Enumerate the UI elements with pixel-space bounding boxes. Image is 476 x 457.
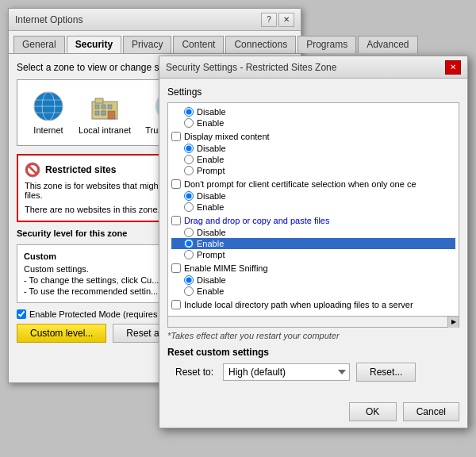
setting-group-localdir: Include local directory path when upload… (171, 298, 455, 311)
mime-label: Enable MIME Sniffing (184, 263, 268, 273)
svg-rect-10 (95, 111, 99, 115)
restricted-icon-small (25, 162, 40, 178)
radio-disable-mixed[interactable]: Disable (171, 143, 455, 154)
radio-disable-mime[interactable]: Disable (171, 275, 455, 286)
security-ok-button[interactable]: OK (349, 402, 397, 421)
localdir-row: Include local directory path when upload… (171, 298, 455, 311)
settings-list[interactable]: Disable Enable Display mixed content Dis… (167, 102, 459, 317)
setting-group-dragdrop: Drag and drop or copy and paste files Di… (171, 214, 455, 260)
security-dialog-content: Settings Disable Enable Display mixed co… (159, 79, 467, 396)
security-cancel-button[interactable]: Cancel (403, 402, 459, 421)
footnote: *Takes effect after you restart your com… (167, 331, 459, 340)
radio-enable-mime[interactable]: Enable (171, 286, 455, 297)
tab-general[interactable]: General (13, 36, 65, 53)
setting-group-mime: Enable MIME Sniffing Disable Enable (171, 262, 455, 297)
svg-rect-8 (102, 105, 106, 109)
cert-checkbox[interactable] (171, 179, 181, 189)
svg-rect-13 (102, 111, 106, 115)
localdir-checkbox[interactable] (171, 300, 181, 309)
dragdrop-checkbox[interactable] (171, 216, 181, 225)
svg-rect-12 (108, 111, 115, 119)
radio-enable-dragdrop[interactable]: Enable (171, 238, 455, 249)
protected-mode-checkbox[interactable] (17, 309, 26, 319)
zone-local-intranet-label: Local intranet (79, 125, 131, 135)
tab-content[interactable]: Content (173, 36, 224, 53)
help-button[interactable]: ? (261, 13, 277, 27)
settings-label: Settings (167, 86, 459, 98)
reset-to-select[interactable]: High (default) Medium-high Medium Low (223, 363, 350, 381)
cert-label: Don't prompt for client certificate sele… (184, 179, 416, 189)
local-intranet-icon (89, 90, 121, 122)
close-button[interactable]: ✕ (278, 13, 294, 27)
setting-group-1: Disable Enable (171, 106, 455, 129)
mixed-content-checkbox[interactable] (171, 132, 181, 141)
radio-disable-dragdrop[interactable]: Disable (171, 227, 455, 238)
cert-row: Don't prompt for client certificate sele… (171, 178, 455, 190)
reset-custom-label: Reset custom settings (167, 347, 459, 358)
security-dialog-buttons: OK Cancel (159, 396, 467, 428)
title-bar-controls: ? ✕ (261, 13, 294, 27)
radio-enable-1[interactable]: Enable (171, 117, 455, 129)
tab-bar: General Security Privacy Content Connect… (9, 31, 301, 53)
radio-prompt-dragdrop[interactable]: Prompt (171, 249, 455, 260)
reset-row: Reset to: High (default) Medium-high Med… (175, 363, 459, 382)
security-settings-dialog: Security Settings - Restricted Sites Zon… (159, 56, 468, 428)
security-settings-title: Security Settings - Restricted Sites Zon… (166, 62, 336, 73)
radio-disable-cert[interactable]: Disable (171, 190, 455, 202)
internet-options-title-bar: Internet Options ? ✕ (9, 9, 301, 31)
tab-privacy[interactable]: Privacy (123, 36, 171, 53)
mime-checkbox[interactable] (171, 263, 181, 273)
tab-advanced[interactable]: Advanced (358, 36, 417, 53)
zone-internet[interactable]: Internet (33, 90, 64, 135)
radio-enable-cert[interactable]: Enable (171, 202, 455, 213)
internet-options-title: Internet Options (15, 14, 83, 25)
localdir-label: Include local directory path when upload… (184, 300, 413, 309)
dragdrop-label: Drag and drop or copy and paste files (184, 216, 329, 225)
security-dialog-controls: ✕ (445, 60, 461, 75)
mime-row: Enable MIME Sniffing (171, 262, 455, 275)
radio-disable-1[interactable]: Disable (171, 106, 455, 117)
setting-group-mixed: Display mixed content Disable Enable Pro… (171, 130, 455, 176)
tab-programs[interactable]: Programs (298, 36, 356, 53)
tab-connections[interactable]: Connections (225, 36, 296, 53)
internet-icon (33, 90, 64, 122)
mixed-content-label: Display mixed content (184, 132, 270, 141)
radio-prompt-mixed[interactable]: Prompt (171, 165, 455, 176)
security-settings-title-bar: Security Settings - Restricted Sites Zon… (159, 56, 467, 79)
svg-rect-9 (108, 105, 112, 109)
zone-internet-label: Internet (33, 125, 63, 135)
zone-local-intranet[interactable]: Local intranet (79, 90, 131, 135)
reset-to-label: Reset to: (175, 367, 213, 378)
mixed-content-row: Display mixed content (171, 130, 455, 143)
reset-button[interactable]: Reset... (356, 363, 416, 382)
radio-enable-mixed[interactable]: Enable (171, 154, 455, 165)
tab-security[interactable]: Security (67, 36, 121, 53)
svg-rect-7 (95, 105, 99, 109)
custom-level-button[interactable]: Custom level... (17, 324, 106, 343)
dragdrop-row: Drag and drop or copy and paste files (171, 214, 455, 227)
setting-group-cert: Don't prompt for client certificate sele… (171, 178, 455, 213)
svg-rect-6 (95, 98, 103, 103)
security-dialog-close[interactable]: ✕ (445, 60, 461, 75)
reset-custom-section: Reset custom settings Reset to: High (de… (167, 347, 459, 382)
